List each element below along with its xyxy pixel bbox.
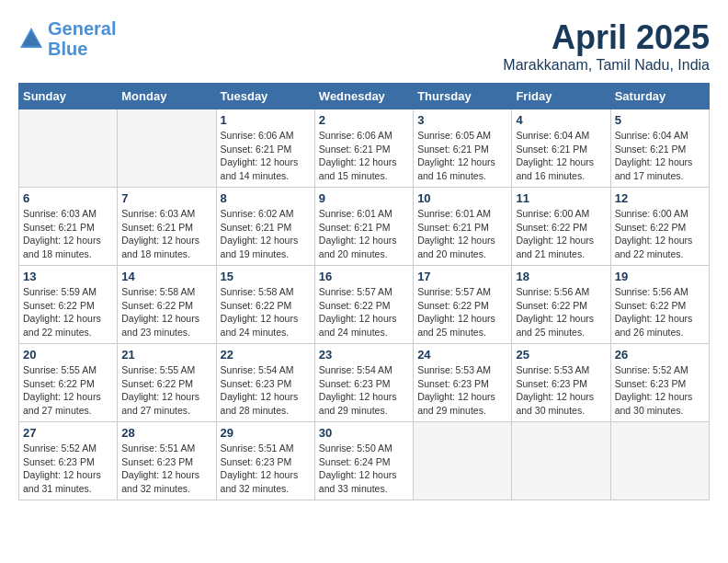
day-number: 3 [417, 113, 507, 127]
logo: General Blue [18, 18, 116, 59]
day-number: 7 [121, 191, 211, 205]
day-info: Sunrise: 5:53 AM Sunset: 6:23 PM Dayligh… [516, 363, 606, 418]
calendar-cell: 1Sunrise: 6:06 AM Sunset: 6:21 PM Daylig… [216, 109, 314, 188]
day-number: 4 [516, 113, 606, 127]
calendar-cell: 5Sunrise: 6:04 AM Sunset: 6:21 PM Daylig… [610, 109, 709, 188]
day-info: Sunrise: 5:57 AM Sunset: 6:22 PM Dayligh… [417, 285, 507, 339]
calendar-cell: 19Sunrise: 5:56 AM Sunset: 6:22 PM Dayli… [610, 266, 709, 344]
day-number: 25 [516, 348, 606, 362]
calendar-cell: 7Sunrise: 6:03 AM Sunset: 6:21 PM Daylig… [118, 188, 216, 266]
calendar-header-row: SundayMondayTuesdayWednesdayThursdayFrid… [19, 84, 710, 109]
calendar-cell: 14Sunrise: 5:58 AM Sunset: 6:22 PM Dayli… [118, 266, 216, 344]
calendar-cell: 27Sunrise: 5:52 AM Sunset: 6:23 PM Dayli… [19, 422, 118, 500]
day-number: 14 [121, 270, 211, 283]
day-info: Sunrise: 6:06 AM Sunset: 6:21 PM Dayligh… [319, 129, 409, 183]
calendar-cell [610, 422, 709, 500]
week-row-4: 20Sunrise: 5:55 AM Sunset: 6:22 PM Dayli… [19, 344, 710, 422]
day-number: 26 [615, 348, 705, 362]
day-info: Sunrise: 5:57 AM Sunset: 6:22 PM Dayligh… [319, 285, 409, 339]
day-number: 16 [319, 270, 409, 283]
day-info: Sunrise: 5:55 AM Sunset: 6:22 PM Dayligh… [121, 363, 211, 418]
day-number: 12 [615, 191, 705, 205]
calendar-cell: 4Sunrise: 6:04 AM Sunset: 6:21 PM Daylig… [512, 109, 610, 188]
day-number: 9 [319, 191, 409, 205]
calendar-cell: 24Sunrise: 5:53 AM Sunset: 6:23 PM Dayli… [414, 344, 512, 422]
title-block: April 2025 Marakkanam, Tamil Nadu, India [503, 18, 710, 74]
day-info: Sunrise: 6:01 AM Sunset: 6:21 PM Dayligh… [417, 207, 507, 261]
day-number: 2 [319, 113, 409, 127]
day-info: Sunrise: 6:04 AM Sunset: 6:21 PM Dayligh… [615, 129, 705, 183]
day-info: Sunrise: 6:00 AM Sunset: 6:22 PM Dayligh… [615, 207, 705, 261]
calendar-header-friday: Friday [512, 84, 610, 109]
calendar-header-wednesday: Wednesday [314, 84, 413, 109]
calendar-cell: 8Sunrise: 6:02 AM Sunset: 6:21 PM Daylig… [216, 188, 314, 266]
day-number: 29 [221, 426, 311, 440]
week-row-5: 27Sunrise: 5:52 AM Sunset: 6:23 PM Dayli… [19, 422, 710, 500]
calendar-header-saturday: Saturday [610, 84, 709, 109]
day-number: 20 [23, 348, 113, 362]
week-row-1: 1Sunrise: 6:06 AM Sunset: 6:21 PM Daylig… [19, 109, 710, 188]
calendar-cell: 25Sunrise: 5:53 AM Sunset: 6:23 PM Dayli… [512, 344, 610, 422]
calendar-cell [414, 422, 512, 500]
day-info: Sunrise: 6:00 AM Sunset: 6:22 PM Dayligh… [516, 207, 606, 261]
day-number: 5 [615, 113, 705, 127]
day-info: Sunrise: 6:01 AM Sunset: 6:21 PM Dayligh… [319, 207, 409, 261]
day-info: Sunrise: 5:59 AM Sunset: 6:22 PM Dayligh… [23, 285, 113, 339]
day-info: Sunrise: 5:54 AM Sunset: 6:23 PM Dayligh… [319, 363, 409, 418]
day-info: Sunrise: 5:56 AM Sunset: 6:22 PM Dayligh… [615, 285, 705, 339]
day-info: Sunrise: 6:03 AM Sunset: 6:21 PM Dayligh… [23, 207, 113, 261]
day-info: Sunrise: 6:03 AM Sunset: 6:21 PM Dayligh… [121, 207, 211, 261]
calendar-header-thursday: Thursday [414, 84, 512, 109]
logo-text: General Blue [48, 18, 116, 59]
day-number: 21 [121, 348, 211, 362]
calendar-cell: 30Sunrise: 5:50 AM Sunset: 6:24 PM Dayli… [314, 422, 413, 500]
calendar-cell: 28Sunrise: 5:51 AM Sunset: 6:23 PM Dayli… [118, 422, 216, 500]
week-row-3: 13Sunrise: 5:59 AM Sunset: 6:22 PM Dayli… [19, 266, 710, 344]
calendar-cell [19, 109, 118, 188]
calendar-header-monday: Monday [118, 84, 216, 109]
main-title: April 2025 [503, 18, 710, 57]
calendar-header-sunday: Sunday [19, 84, 118, 109]
svg-marker-1 [22, 31, 40, 46]
day-info: Sunrise: 6:02 AM Sunset: 6:21 PM Dayligh… [221, 207, 311, 261]
day-number: 17 [417, 270, 507, 283]
day-number: 30 [319, 426, 409, 440]
calendar-cell: 9Sunrise: 6:01 AM Sunset: 6:21 PM Daylig… [314, 188, 413, 266]
week-row-2: 6Sunrise: 6:03 AM Sunset: 6:21 PM Daylig… [19, 188, 710, 266]
calendar-cell: 29Sunrise: 5:51 AM Sunset: 6:23 PM Dayli… [216, 422, 314, 500]
calendar-cell: 23Sunrise: 5:54 AM Sunset: 6:23 PM Dayli… [314, 344, 413, 422]
calendar-header-tuesday: Tuesday [216, 84, 314, 109]
day-info: Sunrise: 5:52 AM Sunset: 6:23 PM Dayligh… [615, 363, 705, 418]
day-number: 22 [221, 348, 311, 362]
calendar-cell: 3Sunrise: 6:05 AM Sunset: 6:21 PM Daylig… [414, 109, 512, 188]
calendar-cell: 13Sunrise: 5:59 AM Sunset: 6:22 PM Dayli… [19, 266, 118, 344]
calendar-cell: 20Sunrise: 5:55 AM Sunset: 6:22 PM Dayli… [19, 344, 118, 422]
day-info: Sunrise: 5:50 AM Sunset: 6:24 PM Dayligh… [319, 442, 409, 496]
day-number: 27 [23, 426, 113, 440]
day-number: 15 [221, 270, 311, 283]
calendar-cell: 26Sunrise: 5:52 AM Sunset: 6:23 PM Dayli… [610, 344, 709, 422]
day-number: 24 [417, 348, 507, 362]
calendar-cell [512, 422, 610, 500]
day-info: Sunrise: 6:04 AM Sunset: 6:21 PM Dayligh… [516, 129, 606, 183]
calendar-cell: 16Sunrise: 5:57 AM Sunset: 6:22 PM Dayli… [314, 266, 413, 344]
day-info: Sunrise: 6:05 AM Sunset: 6:21 PM Dayligh… [417, 129, 507, 183]
day-info: Sunrise: 5:53 AM Sunset: 6:23 PM Dayligh… [417, 363, 507, 418]
calendar-cell: 10Sunrise: 6:01 AM Sunset: 6:21 PM Dayli… [414, 188, 512, 266]
day-number: 13 [23, 270, 113, 283]
calendar-cell: 11Sunrise: 6:00 AM Sunset: 6:22 PM Dayli… [512, 188, 610, 266]
day-info: Sunrise: 5:52 AM Sunset: 6:23 PM Dayligh… [23, 442, 113, 496]
day-info: Sunrise: 5:51 AM Sunset: 6:23 PM Dayligh… [121, 442, 211, 496]
day-info: Sunrise: 6:06 AM Sunset: 6:21 PM Dayligh… [221, 129, 311, 183]
day-info: Sunrise: 5:55 AM Sunset: 6:22 PM Dayligh… [23, 363, 113, 418]
logo-icon [18, 26, 44, 52]
calendar-cell: 12Sunrise: 6:00 AM Sunset: 6:22 PM Dayli… [610, 188, 709, 266]
day-number: 1 [221, 113, 311, 127]
day-info: Sunrise: 5:56 AM Sunset: 6:22 PM Dayligh… [516, 285, 606, 339]
day-number: 8 [221, 191, 311, 205]
day-number: 6 [23, 191, 113, 205]
calendar-cell: 17Sunrise: 5:57 AM Sunset: 6:22 PM Dayli… [414, 266, 512, 344]
calendar-cell: 6Sunrise: 6:03 AM Sunset: 6:21 PM Daylig… [19, 188, 118, 266]
day-number: 19 [615, 270, 705, 283]
day-info: Sunrise: 5:58 AM Sunset: 6:22 PM Dayligh… [221, 285, 311, 339]
